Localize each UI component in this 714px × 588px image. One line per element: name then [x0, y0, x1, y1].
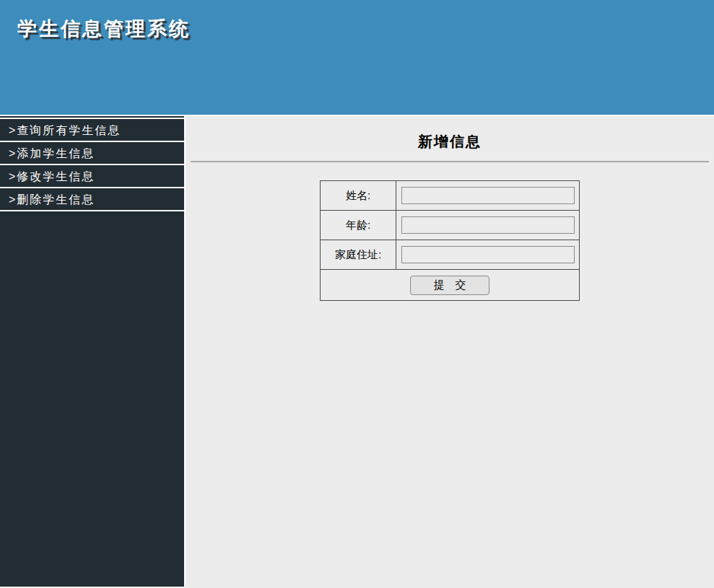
sidebar-item-add-student[interactable]: >添加学生信息 — [0, 142, 184, 165]
table-row: 年龄: — [321, 211, 580, 240]
name-input-cell — [396, 181, 580, 211]
page-layout: >查询所有学生信息 >添加学生信息 >修改学生信息 >删除学生信息 新增信息 姓… — [0, 116, 714, 587]
main-content: 新增信息 姓名: 年龄: 家庭住址: — [186, 116, 714, 587]
section-title: 新增信息 — [186, 132, 714, 152]
table-row: 家庭住址: — [321, 240, 580, 270]
sidebar-item-modify-student[interactable]: >修改学生信息 — [0, 165, 184, 188]
table-row: 提 交 — [321, 270, 580, 301]
app-header: 学生信息管理系统 — [0, 0, 714, 116]
sidebar: >查询所有学生信息 >添加学生信息 >修改学生信息 >删除学生信息 — [0, 116, 186, 587]
address-input[interactable] — [401, 246, 575, 263]
app-title: 学生信息管理系统 — [0, 0, 714, 42]
student-form-table: 姓名: 年龄: 家庭住址: 提 交 — [320, 180, 580, 301]
address-label: 家庭住址: — [321, 240, 396, 270]
age-label: 年龄: — [321, 211, 396, 240]
age-input-cell — [396, 211, 580, 240]
table-row: 姓名: — [321, 181, 580, 211]
sidebar-item-query-all-students[interactable]: >查询所有学生信息 — [0, 119, 184, 142]
age-input[interactable] — [401, 216, 575, 234]
submit-button[interactable]: 提 交 — [410, 276, 489, 295]
name-input[interactable] — [401, 187, 575, 204]
sidebar-menu: >查询所有学生信息 >添加学生信息 >修改学生信息 >删除学生信息 — [0, 118, 184, 211]
name-label: 姓名: — [321, 181, 396, 211]
submit-cell: 提 交 — [321, 270, 580, 301]
sidebar-item-delete-student[interactable]: >删除学生信息 — [0, 188, 184, 211]
address-input-cell — [396, 240, 580, 270]
title-divider — [191, 161, 709, 162]
